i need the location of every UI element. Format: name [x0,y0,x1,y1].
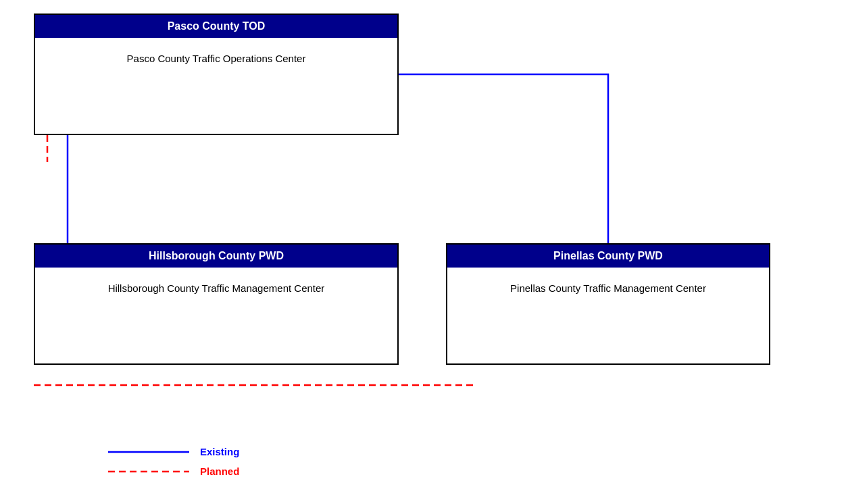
pasco-county-node: Pasco County TOD Pasco County Traffic Op… [34,14,399,135]
hillsborough-county-header: Hillsborough County PWD [35,245,397,268]
existing-line-sample [108,448,189,456]
legend: Existing Planned [108,446,239,477]
pinellas-county-header: Pinellas County PWD [447,245,769,268]
hillsborough-county-node: Hillsborough County PWD Hillsborough Cou… [34,243,399,365]
pinellas-county-node: Pinellas County PWD Pinellas County Traf… [446,243,770,365]
planned-line-sample [108,468,189,476]
pinellas-county-body: Pinellas County Traffic Management Cente… [447,268,769,309]
legend-existing: Existing [108,446,239,457]
legend-planned: Planned [108,465,239,477]
pasco-county-body: Pasco County Traffic Operations Center [35,38,397,79]
existing-label: Existing [200,446,239,457]
planned-label: Planned [200,465,239,477]
diagram-container: Pasco County TOD Pasco County Traffic Op… [0,0,846,504]
hillsborough-county-body: Hillsborough County Traffic Management C… [35,268,397,309]
pasco-county-header: Pasco County TOD [35,15,397,38]
